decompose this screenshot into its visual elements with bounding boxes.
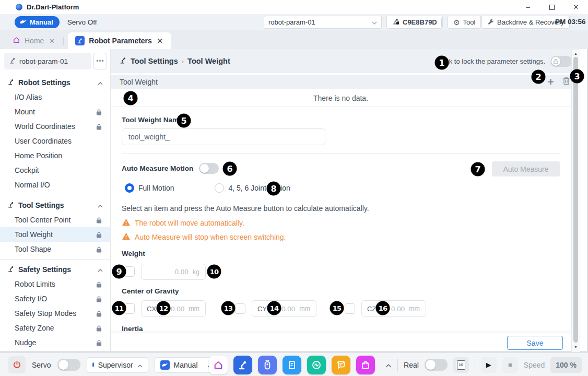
sidebar-item-safety-zone[interactable]: Safety Zone — [0, 321, 110, 335]
collapse-dock-icon[interactable] — [385, 360, 392, 370]
weight-label: Weight — [122, 250, 145, 257]
sidebar-item-tool-center-point[interactable]: Tool Center Point — [0, 213, 110, 227]
bottombar-divider — [475, 359, 475, 371]
cy-input[interactable]: CY0.00mm — [252, 300, 316, 317]
bottombar-divider — [397, 359, 398, 371]
chat-icon — [336, 360, 346, 370]
real-toggle[interactable] — [425, 359, 448, 371]
warning-icon — [122, 232, 131, 242]
monitoring-app[interactable] — [307, 356, 326, 374]
sidebar-section-robot-settings[interactable]: Robot Settings — [0, 75, 110, 90]
tool-button[interactable]: ⚙ Tool — [448, 16, 481, 29]
full-motion-radio[interactable] — [125, 183, 134, 193]
pulse-icon — [311, 360, 322, 370]
close-button[interactable]: ✕ — [564, 0, 588, 14]
warning-icon — [122, 218, 131, 228]
sidebar-item-world-coordinates[interactable]: World Coordinates — [0, 119, 110, 134]
save-button[interactable]: Save — [507, 336, 563, 350]
jog-app[interactable] — [258, 356, 277, 374]
manual-mode-icon — [160, 360, 170, 370]
full-motion-label: Full Motion — [138, 184, 174, 192]
breadcrumb: Tool Settings › Tool Weight — [119, 56, 230, 66]
sidebar-item-tool-shape[interactable]: Tool Shape — [0, 242, 110, 256]
auto-measure-motion-label: Auto Measure Motion — [122, 164, 193, 172]
sidebar-divider — [0, 195, 110, 195]
play-button[interactable]: ▶ — [481, 357, 497, 373]
sidebar-item-home-position[interactable]: Home Position — [0, 148, 110, 163]
lock-icon — [96, 246, 102, 253]
sidebar-param-name[interactable]: robot-param-01 — [4, 53, 91, 69]
chevron-up-icon — [98, 78, 103, 87]
minimize-button[interactable]: – — [516, 0, 540, 14]
servo-toggle[interactable] — [57, 359, 80, 371]
sidebar-item-cockpit[interactable]: Cockpit — [0, 163, 110, 178]
task-editor-app[interactable] — [283, 356, 301, 374]
outer-scrollbar-thumb[interactable] — [573, 57, 578, 343]
close-tab-icon[interactable]: ✕ — [156, 37, 164, 45]
sidebar-item-robot-limits[interactable]: Robot Limits — [0, 277, 110, 291]
power-button[interactable] — [8, 356, 26, 373]
auto-measure-button[interactable]: Auto Measure — [492, 161, 560, 177]
play-icon: ▶ — [486, 361, 491, 369]
cy-checkbox[interactable] — [235, 303, 245, 314]
scroll-down-icon[interactable]: ▼ — [572, 345, 580, 350]
top-toolbar: Manual Servo Off robot-param-01 C9E8B79D… — [0, 14, 588, 30]
lock-icon — [96, 281, 102, 288]
close-tab-icon[interactable]: ✕ — [48, 37, 56, 45]
add-icon[interactable]: + — [547, 76, 554, 88]
tool-weight-name-input[interactable]: tool_weight_ — [122, 128, 325, 145]
window-title: Dr.Dart-Platform — [27, 3, 79, 11]
robot-arm-icon — [7, 265, 15, 274]
trash-icon[interactable] — [562, 77, 570, 87]
title-bar: Dr.Dart-Platform – ✕ — [0, 0, 588, 14]
parameter-lock-toggle[interactable] — [550, 56, 572, 67]
cz-input[interactable]: CZ0.00mm — [361, 300, 426, 317]
maximize-button[interactable] — [540, 0, 564, 14]
tab-robot-parameters[interactable]: Robot Parameters ✕ — [68, 32, 171, 49]
scroll-up-icon[interactable]: ▲ — [572, 51, 580, 56]
weight-input[interactable]: 0.00 kg — [141, 264, 206, 280]
device-id-button[interactable]: C9E8B79D — [386, 16, 443, 29]
param-menu-button[interactable]: ••• — [93, 53, 107, 69]
document-10-icon: 10 — [457, 360, 465, 370]
annotation-badge-9: 9 — [112, 265, 126, 279]
role-select[interactable]: Supervisor — [87, 357, 148, 373]
sidebar-section-safety-settings[interactable]: Safety Settings — [0, 262, 110, 277]
sidebar-item-tool-weight[interactable]: Tool Weight — [0, 227, 110, 242]
home-app[interactable] — [209, 356, 228, 374]
joint-motion-radio[interactable] — [215, 183, 224, 193]
breadcrumb-separator-icon: › — [182, 57, 184, 65]
robot-parameters-app[interactable] — [233, 356, 252, 374]
auto-measure-motion-toggle[interactable] — [199, 163, 219, 174]
sidebar-item-normal-i-o[interactable]: Normal I/O — [0, 178, 110, 192]
bag-icon — [360, 360, 371, 370]
tool-weight-form: Tool Weight Name tool_weight_ Auto Measu… — [111, 107, 571, 351]
param-select-dropdown[interactable]: robot-param-01 — [264, 16, 382, 29]
speed-value[interactable]: 100 % — [550, 357, 582, 373]
maximize-icon — [549, 5, 555, 10]
program-counter-button[interactable]: 10 — [453, 357, 469, 373]
sidebar-item-nudge[interactable]: Nudge — [0, 335, 110, 350]
sidebar-item-mount[interactable]: Mount — [0, 104, 110, 119]
tab-home[interactable]: Home ✕ — [5, 32, 63, 49]
cx-input[interactable]: CX0.00mm — [141, 300, 206, 317]
cz-checkbox[interactable] — [345, 303, 355, 314]
sidebar-item-user-coordinates[interactable]: User Coordinates — [0, 134, 110, 148]
manual-mode-icon — [19, 18, 27, 26]
sidebar-section-tool-settings[interactable]: Tool Settings — [0, 198, 110, 213]
empty-data-row: There is no data. — [111, 89, 571, 107]
warning-row: The robot will move automatically. — [122, 218, 244, 228]
sidebar-item-safety-stop-modes[interactable]: Safety Stop Modes — [0, 306, 110, 321]
stop-button[interactable]: ■ — [502, 357, 518, 373]
lock-icon — [96, 123, 102, 130]
device-icon — [287, 360, 297, 370]
annotation-badge-16: 16 — [376, 301, 390, 315]
breadcrumb-parent[interactable]: Tool Settings — [131, 57, 178, 65]
store-app[interactable] — [356, 356, 375, 374]
manual-mode-button[interactable]: Manual — [15, 16, 60, 28]
sidebar-item-safety-i-o[interactable]: Safety I/O — [0, 291, 110, 306]
annotation-badge-13: 13 — [221, 301, 236, 315]
sidebar-item-i-o-alias[interactable]: I/O Alias — [0, 90, 110, 104]
unlock-icon — [551, 57, 560, 66]
message-app[interactable] — [332, 356, 350, 374]
